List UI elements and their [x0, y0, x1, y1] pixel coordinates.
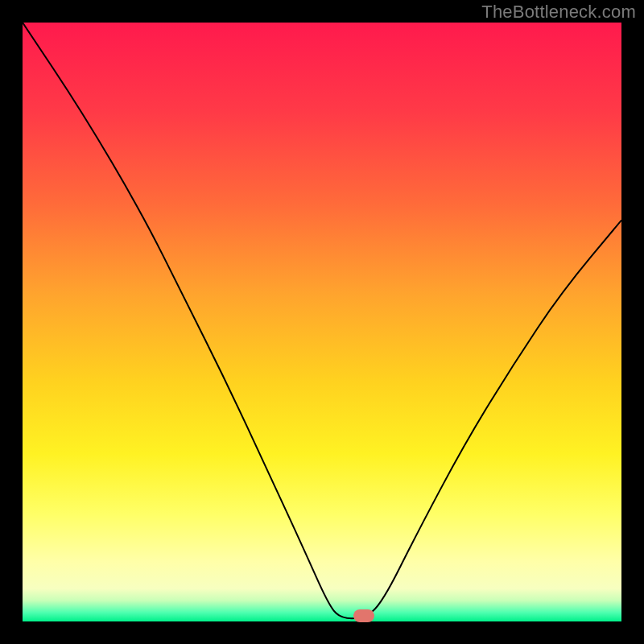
plot-area	[23, 23, 621, 621]
optimal-point-marker	[353, 609, 374, 622]
chart-container: TheBottleneck.com	[0, 0, 644, 644]
bottleneck-curve	[23, 23, 621, 621]
attribution-label: TheBottleneck.com	[481, 2, 636, 23]
